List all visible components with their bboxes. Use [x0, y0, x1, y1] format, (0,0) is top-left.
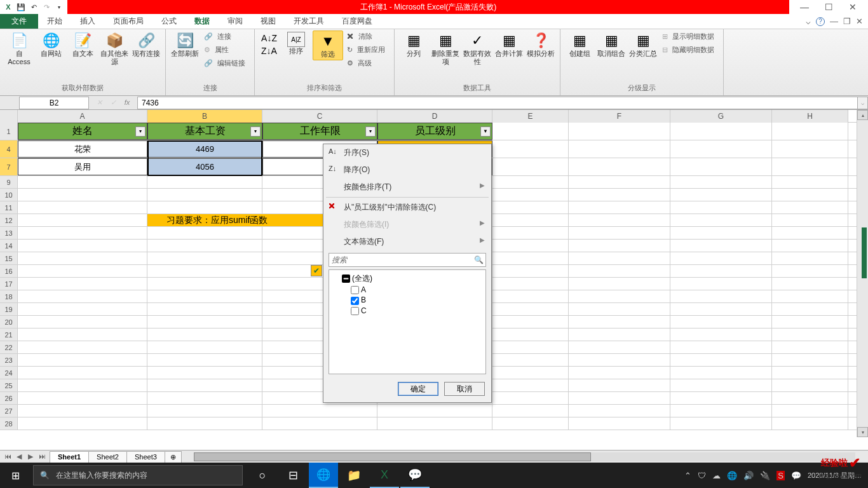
clear-filter-item[interactable]: 🗙从"员工级别"中清除筛选(C) [323, 199, 491, 216]
explorer-icon[interactable]: 📁 [339, 463, 369, 488]
cell[interactable] [772, 367, 848, 379]
cell[interactable] [18, 367, 147, 379]
column-header-A[interactable]: A [18, 110, 147, 123]
row-header[interactable]: 22 [0, 341, 18, 353]
win-minimize-icon[interactable]: — [830, 17, 838, 26]
group-button[interactable]: ▦创建组 [564, 30, 595, 59]
cell[interactable] [670, 405, 772, 417]
cell[interactable] [18, 240, 147, 252]
cell[interactable] [18, 201, 147, 214]
cell[interactable] [377, 405, 492, 417]
clear-filter-button[interactable]: 🗙 清除 [344, 30, 390, 43]
cell[interactable] [492, 176, 569, 188]
cell[interactable] [772, 354, 848, 366]
cell[interactable] [772, 140, 848, 158]
hide-detail-button[interactable]: ⊟ 隐藏明细数据 [660, 44, 719, 56]
cell[interactable] [670, 189, 772, 201]
cell[interactable] [569, 405, 670, 417]
cell[interactable]: 员工级别▼ [377, 123, 492, 140]
first-sheet-icon[interactable]: ⏮ [3, 452, 13, 461]
cell[interactable] [772, 341, 848, 353]
cell[interactable]: 基本工资▾ [147, 123, 262, 140]
whatif-button[interactable]: ❓模拟分析 [526, 30, 556, 59]
cell[interactable] [670, 392, 772, 404]
filter-dropdown-icon[interactable]: ▾ [135, 126, 146, 137]
cell[interactable] [569, 379, 670, 391]
row-header[interactable]: 20 [0, 316, 18, 328]
tab-review[interactable]: 审阅 [219, 14, 252, 29]
sort-desc-item[interactable]: Z↓降序(O) [323, 161, 491, 179]
browser-icon[interactable]: 🌐 [309, 463, 338, 488]
ime-icon[interactable]: S [776, 471, 785, 480]
wechat-icon[interactable]: 💬 [400, 463, 430, 488]
row-header[interactable]: 27 [0, 405, 18, 417]
cell[interactable]: 4056 [147, 158, 262, 175]
cell[interactable] [569, 290, 670, 302]
cell[interactable] [18, 303, 147, 315]
column-header-G[interactable]: G [670, 110, 772, 123]
column-header-C[interactable]: C [262, 110, 377, 123]
cell[interactable] [18, 405, 147, 417]
cell[interactable] [147, 392, 262, 404]
cell[interactable] [772, 240, 848, 252]
from-text-button[interactable]: 📝自文本 [67, 30, 98, 59]
cell[interactable] [670, 290, 772, 302]
cell[interactable]: 4469 [147, 140, 262, 158]
cell[interactable] [772, 405, 848, 417]
cell[interactable] [670, 227, 772, 239]
cell[interactable] [772, 417, 848, 430]
cell[interactable] [492, 354, 569, 366]
ok-button[interactable]: 确定 [398, 382, 438, 396]
tab-home[interactable]: 开始 [38, 14, 71, 29]
row-header[interactable]: 4 [0, 140, 18, 158]
cell[interactable] [147, 417, 262, 430]
cell[interactable] [262, 417, 377, 430]
filter-dropdown-icon[interactable]: ▾ [250, 126, 261, 137]
cell[interactable] [670, 214, 772, 226]
sort-button[interactable]: A|Z排序 [281, 30, 311, 57]
cell[interactable] [377, 417, 492, 430]
cell[interactable] [492, 140, 569, 158]
cell[interactable] [492, 405, 569, 417]
cell[interactable] [18, 189, 147, 201]
cell[interactable] [492, 316, 569, 328]
sort-asc-icon[interactable]: A↓Z [261, 33, 277, 43]
tab-baidu[interactable]: 百度网盘 [333, 14, 381, 29]
filter-option-a[interactable]: A [333, 285, 482, 295]
data-validation-button[interactable]: ✓数据有效性 [462, 30, 492, 67]
cell[interactable] [772, 303, 848, 315]
cell[interactable]: 花荣 [18, 140, 147, 158]
cell[interactable] [492, 303, 569, 315]
cell[interactable] [569, 303, 670, 315]
cell[interactable] [569, 252, 670, 264]
cell[interactable] [670, 329, 772, 341]
cell[interactable] [569, 140, 670, 158]
row-header[interactable]: 16 [0, 265, 18, 277]
column-header-B[interactable]: B [147, 110, 262, 123]
cell[interactable] [492, 158, 569, 175]
cell[interactable] [18, 176, 147, 188]
cell[interactable] [492, 341, 569, 353]
cloud-icon[interactable]: ☁ [712, 471, 721, 480]
cell[interactable] [492, 240, 569, 252]
cell[interactable] [147, 367, 262, 379]
last-sheet-icon[interactable]: ⏭ [37, 452, 47, 461]
cell[interactable] [18, 392, 147, 404]
cell[interactable] [569, 214, 670, 226]
cell[interactable] [492, 227, 569, 239]
cancel-formula-icon[interactable]: ✕ [93, 98, 105, 107]
cell[interactable] [670, 379, 772, 391]
cell[interactable] [147, 290, 262, 302]
formula-input[interactable] [137, 97, 858, 109]
cell[interactable]: 姓名▾ [18, 123, 147, 140]
ungroup-button[interactable]: ▦取消组合 [596, 30, 627, 59]
cell[interactable] [18, 252, 147, 264]
cell[interactable] [492, 392, 569, 404]
cell[interactable] [772, 278, 848, 290]
cell[interactable] [569, 278, 670, 290]
cell[interactable] [18, 265, 147, 277]
cell[interactable] [569, 316, 670, 328]
undo-icon[interactable]: ↶ [28, 1, 39, 13]
filter-option-b[interactable]: B [333, 295, 482, 305]
cell[interactable] [772, 290, 848, 302]
